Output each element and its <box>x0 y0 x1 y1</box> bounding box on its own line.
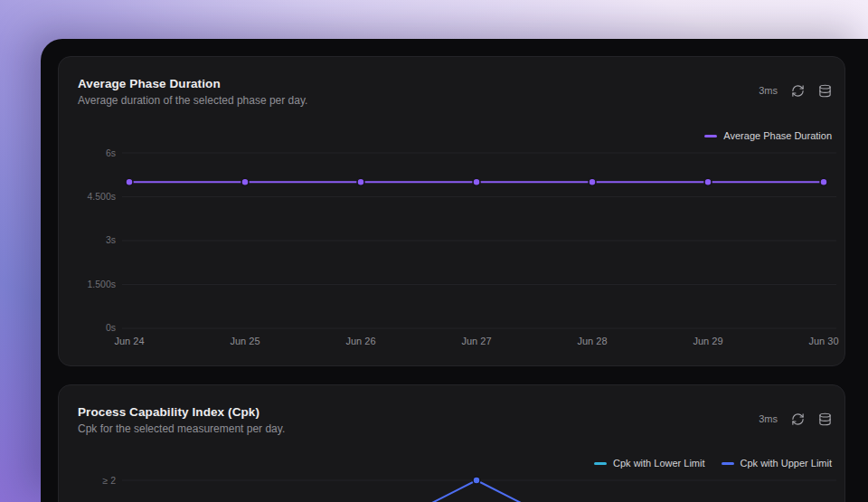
card-title: Process Capability Index (Cpk) <box>78 405 285 419</box>
y-tick-label: 1.500s <box>87 279 116 289</box>
card-average-phase-duration: 6s4.500s3s1.500s0sJun 24Jun 25Jun 26Jun … <box>58 56 845 366</box>
legend-item: Cpk with Lower Limit <box>594 458 704 469</box>
line-chart: ≥ 2 <box>59 385 844 502</box>
refresh-icon <box>791 412 805 426</box>
legend-item: Cpk with Upper Limit <box>722 458 832 469</box>
y-tick-label: 3s <box>106 234 116 245</box>
x-tick-label: Jun 30 <box>808 336 838 346</box>
database-icon <box>818 84 832 98</box>
data-source-button[interactable] <box>817 83 832 98</box>
data-point[interactable] <box>704 178 712 185</box>
card-toolbar: 3ms <box>759 83 832 98</box>
data-point[interactable] <box>473 178 480 185</box>
x-tick-label: Jun 28 <box>577 336 607 346</box>
data-source-button[interactable] <box>817 412 832 426</box>
y-tick-label: 0s <box>106 322 116 333</box>
database-icon <box>818 412 832 426</box>
card-titles: Process Capability Index (Cpk) Cpk for t… <box>78 405 285 435</box>
page-background: { "background": { "gradient_from": "#8a7… <box>0 0 868 502</box>
data-point[interactable] <box>357 178 364 185</box>
card-subtitle: Cpk for the selected measurement per day… <box>78 422 285 435</box>
x-tick-label: Jun 26 <box>345 336 375 346</box>
y-tick-label: 6s <box>106 147 116 158</box>
card-process-capability-index: ≥ 2 Process Capability Index (Cpk) Cpk f… <box>58 384 845 502</box>
legend-label: Cpk with Upper Limit <box>741 458 832 469</box>
data-point[interactable] <box>473 477 480 484</box>
chart-process-capability-index[interactable]: ≥ 2 <box>59 385 844 502</box>
legend-swatch <box>594 462 607 465</box>
data-point[interactable] <box>126 178 133 185</box>
card-titles: Average Phase Duration Average duration … <box>78 77 307 107</box>
legend-swatch <box>722 462 734 465</box>
chart-legend: Average Phase Duration <box>704 130 832 141</box>
data-point[interactable] <box>589 178 596 185</box>
legend-item: Average Phase Duration <box>704 130 832 141</box>
y-tick-label: 4.500s <box>87 191 116 202</box>
x-tick-label: Jun 27 <box>461 336 491 346</box>
x-tick-label: Jun 24 <box>114 336 144 346</box>
latency-badge: 3ms <box>759 413 778 424</box>
legend-swatch <box>704 135 717 137</box>
refresh-button[interactable] <box>790 412 805 426</box>
x-tick-label: Jun 29 <box>693 336 722 346</box>
y-tick-label: ≥ 2 <box>102 475 116 486</box>
dashboard-panel: 6s4.500s3s1.500s0sJun 24Jun 25Jun 26Jun … <box>41 39 868 502</box>
data-point[interactable] <box>820 178 827 185</box>
refresh-button[interactable] <box>790 83 805 98</box>
card-subtitle: Average duration of the selected phase p… <box>78 94 307 107</box>
card-header: Process Capability Index (Cpk) Cpk for t… <box>78 405 832 435</box>
legend-label: Cpk with Lower Limit <box>613 458 704 469</box>
card-title: Average Phase Duration <box>78 77 307 90</box>
card-toolbar: 3ms <box>759 412 832 426</box>
x-tick-label: Jun 25 <box>230 336 259 346</box>
chart-legend: Cpk with Lower LimitCpk with Upper Limit <box>594 458 832 469</box>
latency-badge: 3ms <box>759 85 778 96</box>
legend-label: Average Phase Duration <box>723 130 832 141</box>
card-header: Average Phase Duration Average duration … <box>78 77 832 107</box>
refresh-icon <box>791 84 805 98</box>
data-point[interactable] <box>241 178 249 185</box>
